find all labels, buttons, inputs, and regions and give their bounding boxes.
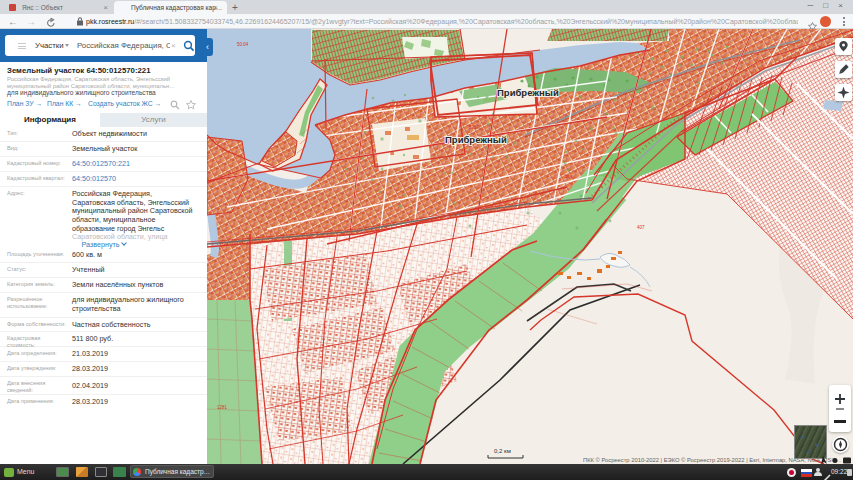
svg-text:Прибрежный: Прибрежный: [497, 87, 559, 98]
svg-text:0,2 км: 0,2 км: [494, 448, 511, 454]
svg-text:Прибрежный: Прибрежный: [445, 134, 507, 145]
svg-text:12570: 12570: [469, 125, 482, 130]
svg-text:446: 446: [565, 175, 573, 180]
svg-text:50:04: 50:04: [237, 42, 249, 47]
svg-text:1281: 1281: [217, 405, 228, 410]
svg-text:407: 407: [637, 225, 645, 230]
